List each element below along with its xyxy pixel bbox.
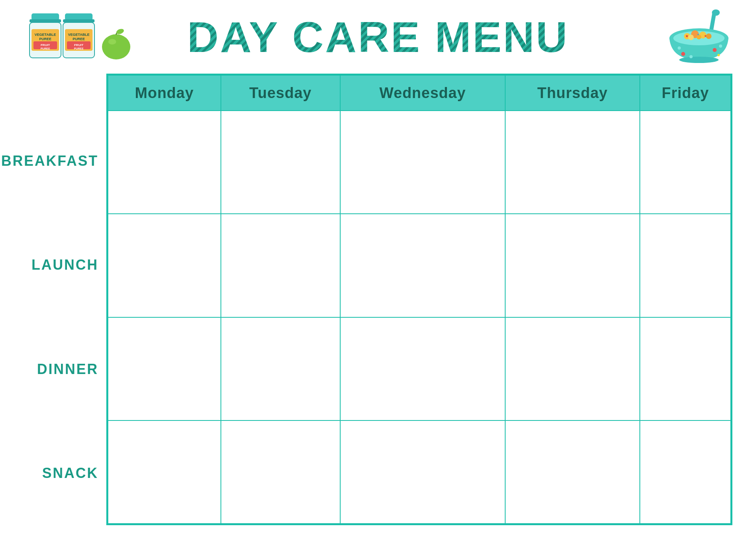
col-friday: Friday	[640, 75, 731, 111]
snack-label-row: SNACK	[24, 421, 106, 525]
page-title: DAY CARE MENU	[187, 12, 569, 62]
svg-point-24	[712, 9, 720, 16]
lunch-wednesday[interactable]	[340, 214, 505, 317]
fruit-puree-jar-icon: VEGETABLE PUREE FRUIT PUREE	[57, 11, 100, 63]
lunch-row	[108, 214, 731, 317]
svg-text:★: ★	[697, 33, 699, 36]
dinner-monday[interactable]	[108, 317, 221, 420]
col-wednesday: Wednesday	[340, 75, 505, 111]
header: VEGETABLE PUREE FRUIT PUREE VEGETABLE PU…	[24, 12, 732, 62]
svg-text:VEGETABLE: VEGETABLE	[68, 33, 89, 37]
breakfast-wednesday[interactable]	[340, 111, 505, 214]
menu-container: BREAKFAST LAUNCH DINNER SNACK Monday Tue…	[24, 74, 732, 525]
col-monday: Monday	[108, 75, 221, 111]
breakfast-monday[interactable]	[108, 111, 221, 214]
lunch-monday[interactable]	[108, 214, 221, 317]
breakfast-friday[interactable]	[640, 111, 731, 214]
breakfast-row	[108, 111, 731, 214]
col-tuesday: Tuesday	[221, 75, 340, 111]
dinner-label: DINNER	[37, 361, 98, 378]
snack-label: SNACK	[42, 465, 98, 481]
snack-row	[108, 420, 731, 524]
svg-point-41	[713, 48, 717, 52]
breakfast-thursday[interactable]	[505, 111, 640, 214]
svg-rect-11	[63, 19, 94, 22]
dinner-row	[108, 317, 731, 420]
snack-tuesday[interactable]	[221, 420, 340, 524]
svg-text:PUREE: PUREE	[74, 47, 83, 50]
lunch-friday[interactable]	[640, 214, 731, 317]
svg-point-31	[688, 35, 694, 40]
left-decoration: VEGETABLE PUREE FRUIT PUREE VEGETABLE PU…	[24, 11, 134, 63]
label-spacer	[24, 74, 106, 109]
lunch-thursday[interactable]	[505, 214, 640, 317]
right-decoration: ★ ★ ★	[669, 9, 732, 65]
dinner-friday[interactable]	[640, 317, 731, 420]
cereal-bowl-icon: ★ ★ ★	[669, 9, 732, 64]
svg-text:PUREE: PUREE	[41, 47, 50, 50]
dinner-tuesday[interactable]	[221, 317, 340, 420]
breakfast-label: BREAKFAST	[1, 153, 98, 169]
row-labels: BREAKFAST LAUNCH DINNER SNACK	[24, 74, 106, 525]
svg-text:★: ★	[685, 34, 689, 38]
svg-point-40	[689, 55, 693, 58]
menu-table: Monday Tuesday Wednesday Thursday Friday	[107, 75, 731, 524]
svg-text:PUREE: PUREE	[39, 37, 51, 41]
svg-text:VEGETABLE: VEGETABLE	[35, 33, 56, 37]
svg-text:★: ★	[704, 34, 707, 38]
breakfast-tuesday[interactable]	[221, 111, 340, 214]
svg-rect-1	[30, 19, 61, 22]
header-row: Monday Tuesday Wednesday Thursday Friday	[108, 75, 731, 111]
svg-point-42	[719, 44, 722, 48]
lunch-label-row: LAUNCH	[24, 213, 106, 317]
snack-wednesday[interactable]	[340, 420, 505, 524]
svg-rect-37	[691, 58, 707, 61]
svg-point-21	[108, 39, 116, 44]
dinner-thursday[interactable]	[505, 317, 640, 420]
lunch-label: LAUNCH	[32, 257, 98, 273]
lunch-tuesday[interactable]	[221, 214, 340, 317]
breakfast-label-row: BREAKFAST	[24, 109, 106, 213]
dinner-wednesday[interactable]	[340, 317, 505, 420]
svg-text:FRUIT: FRUIT	[41, 43, 50, 47]
snack-monday[interactable]	[108, 420, 221, 524]
svg-point-38	[678, 46, 681, 50]
dinner-label-row: DINNER	[24, 317, 106, 421]
svg-text:PUREE: PUREE	[72, 37, 85, 41]
svg-point-22	[116, 28, 125, 35]
snack-thursday[interactable]	[505, 420, 640, 524]
svg-point-20	[102, 34, 130, 59]
svg-point-30	[706, 33, 712, 39]
svg-point-39	[681, 52, 685, 56]
svg-text:FRUIT: FRUIT	[74, 43, 83, 47]
svg-point-43	[717, 54, 720, 56]
col-thursday: Thursday	[505, 75, 640, 111]
menu-table-wrapper: Monday Tuesday Wednesday Thursday Friday	[106, 74, 732, 525]
apple-icon	[98, 25, 134, 61]
snack-friday[interactable]	[640, 420, 731, 524]
